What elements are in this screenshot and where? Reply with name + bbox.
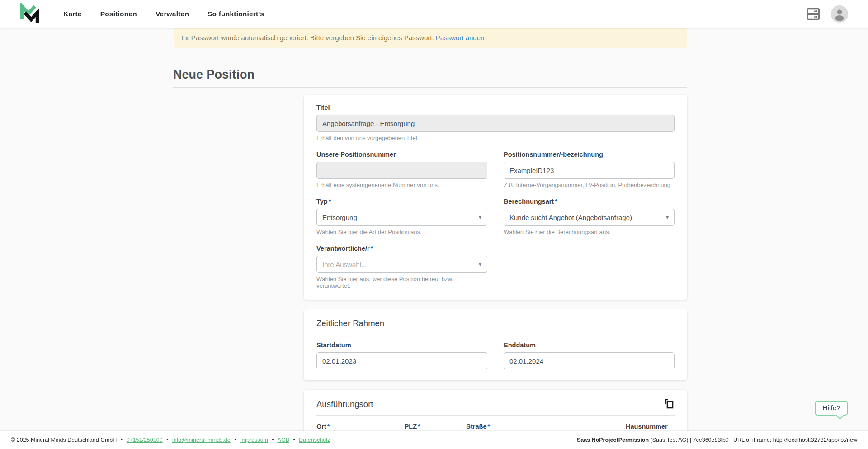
berechnungsart-helper: Wählen Sie hier die Berechnungsart aus. [504,229,675,235]
nav-item-positionen[interactable]: Positionen [100,10,137,18]
startdatum-label: Startdatum [316,341,487,349]
server-icon[interactable] [806,6,821,22]
field-unsere-positionsnummer: Unsere Positionsnummer Erhält eine syste… [316,151,487,188]
footer-link-datenschutz[interactable]: Datenschutz [299,437,330,443]
user-avatar-icon[interactable] [831,5,848,23]
typ-helper: Wählen Sie hier die Art der Position aus… [316,229,487,235]
startdatum-input[interactable] [316,352,487,369]
help-button[interactable]: Hilfe? [815,401,848,416]
verantwortliche-helper: Wählen Sie hier aus, wer diese Position … [316,276,487,289]
berechnungsart-select[interactable]: Kunde sucht Angebot (Angebotsanfrage) ▾ [504,209,675,226]
page-title: Neue Position [173,68,687,82]
strasse-label: Straße* [466,423,613,430]
footer-left: © 2025 Mineral Minds Deutschland GmbH • … [11,437,330,443]
chevron-down-icon: ▾ [479,214,481,220]
copyright-text: © 2025 Mineral Minds Deutschland GmbH [11,437,117,443]
titel-input [316,115,675,132]
field-enddatum: Enddatum [504,341,675,369]
banner-text: Ihr Passwort wurde automatisch generiert… [181,34,434,42]
section-divider [316,334,675,334]
required-marker: * [327,423,330,430]
required-marker: * [555,198,557,205]
nav-item-verwalten[interactable]: Verwalten [156,10,189,18]
berechnungsart-select-value: Kunde sucht Angebot (Angebotsanfrage) [509,214,632,221]
change-password-link[interactable]: Passwort ändern [436,34,487,42]
page-footer: © 2025 Mineral Minds Deutschland GmbH • … [0,431,868,449]
card-zeitlicher-rahmen: Zeitlicher Rahmen Startdatum Enddatum [304,309,687,380]
field-verantwortliche: Verantwortliche/r* Ihre Auswahl... ▾ Wäh… [316,245,487,289]
tenant-name: Saas NoProjectPermission [577,437,649,443]
chevron-down-icon: ▾ [666,214,669,220]
field-startdatum: Startdatum [316,341,487,369]
nav-item-so-funktionierts[interactable]: So funktioniert's [208,10,264,18]
required-marker: * [371,245,373,252]
plz-label: PLZ* [405,423,454,430]
typ-select[interactable]: Entsorgung ▾ [316,209,487,226]
main-content: Neue Position Titel Erhält den von uns v… [173,68,687,449]
positionsnummer-input[interactable] [504,162,675,179]
enddatum-label: Enddatum [504,341,675,349]
positionsnummer-helper: Z.B. Interne-Vorgangsnummer, LV-Position… [504,182,675,188]
field-typ: Typ* Entsorgung ▾ Wählen Sie hier die Ar… [316,198,487,235]
nav-item-karte[interactable]: Karte [63,10,82,18]
footer-link-impressum[interactable]: Impressum [240,437,268,443]
session-info: (Saas Test AG) | 7ce360e83fb0 | URL of i… [649,437,857,443]
footer-link-phone[interactable]: 07151/250100 [127,437,163,443]
verantwortliche-label: Verantwortliche/r* [316,245,487,252]
unsere-positionsnummer-helper: Erhält eine systemgenerierte Nummer von … [316,182,487,188]
footer-right: Saas NoProjectPermission (Saas Test AG) … [577,437,857,443]
chevron-down-icon: ▾ [479,261,481,267]
typ-label: Typ* [316,198,487,205]
berechnungsart-label: Berechnungsart* [504,198,675,205]
top-navbar: Karte Positionen Verwalten So funktionie… [0,0,868,28]
titel-helper: Erhält den von uns vorgegebenen Titel. [316,135,675,141]
footer-link-agb[interactable]: AGB [278,437,289,443]
unsere-positionsnummer-label: Unsere Positionsnummer [316,151,487,158]
section-divider [316,415,675,416]
logo-icon [19,3,40,25]
copy-icon[interactable] [664,399,675,410]
typ-select-value: Entsorgung [322,214,357,221]
hausnummer-label: Hausnummer [626,423,675,430]
titel-label: Titel [316,104,675,111]
required-marker: * [418,423,420,430]
positionsnummer-label: Positionsnummer/-bezeichnung [504,151,675,158]
title-divider [173,87,687,88]
field-positionsnummer: Positionsnummer/-bezeichnung Z.B. Intern… [504,151,675,188]
field-berechnungsart: Berechnungsart* Kunde sucht Angebot (Ang… [504,198,675,235]
ort-label: Ort* [316,423,392,430]
required-marker: * [329,198,331,205]
field-titel: Titel Erhält den von uns vorgegebenen Ti… [316,104,675,141]
unsere-positionsnummer-input [316,162,487,179]
enddatum-input[interactable] [504,352,675,369]
footer-link-email[interactable]: info@mineral-minds.de [172,437,231,443]
required-marker: * [487,423,490,430]
main-navigation: Karte Positionen Verwalten So funktionie… [63,10,264,18]
password-warning-banner: Ihr Passwort wurde automatisch generiert… [174,28,687,48]
navbar-right [806,5,848,23]
verantwortliche-select[interactable]: Ihre Auswahl... ▾ [316,256,487,273]
ausfuehrungsort-heading: Ausführungsort [316,399,373,409]
mineral-minds-logo[interactable] [19,3,40,25]
zeitlicher-rahmen-heading: Zeitlicher Rahmen [316,318,675,328]
card-stammdaten: Titel Erhält den von uns vorgegebenen Ti… [304,95,687,300]
verantwortliche-placeholder: Ihre Auswahl... [322,261,367,268]
